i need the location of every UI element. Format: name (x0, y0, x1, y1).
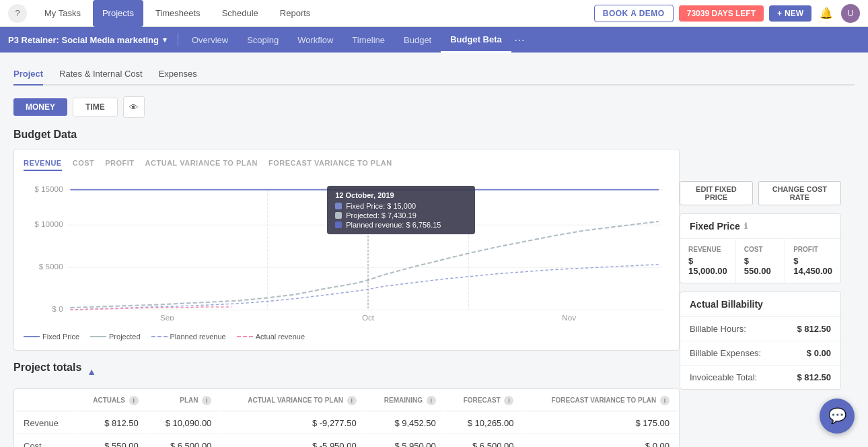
project-nav-workflow[interactable]: Workflow (288, 27, 342, 53)
col-actual-variance: ACTUAL VARIANCE TO PLAN (248, 397, 343, 404)
fp-cost-value: $ 550.00 (744, 256, 776, 276)
svg-text:$ 15000: $ 15000 (34, 184, 63, 193)
actual-billability-title: Actual Billability (690, 299, 763, 310)
chart-tab-profit[interactable]: PROFIT (105, 159, 134, 171)
col-actuals: ACTUALS (93, 397, 125, 404)
page-content: Project Rates & Internal Cost Expenses M… (0, 53, 868, 447)
revenue-chart: $ 15000 $ 10000 $ 5000 $ 0 Sep Oct Nov (24, 179, 670, 320)
change-cost-rate-button[interactable]: CHANGE COST RATE (758, 181, 841, 205)
top-nav: ? My Tasks Projects Timesheets Schedule … (0, 0, 868, 27)
project-totals-title: Project totals (13, 362, 81, 374)
fp-profit-label: PROFIT (793, 246, 832, 253)
eye-button[interactable]: 👁 (123, 96, 145, 118)
sub-tab-expenses[interactable]: Expenses (159, 63, 197, 85)
chart-tab-actual-variance[interactable]: ACTUAL VARIANCE TO PLAN (145, 159, 258, 171)
billable-expenses-row: Billable Expenses: $ 0.00 (680, 341, 840, 366)
col-plan: PLAN (180, 397, 198, 404)
svg-text:Nov: Nov (562, 313, 576, 320)
col-forecast-variance: FORECAST VARIANCE TO PLAN (551, 397, 656, 404)
collapse-icon[interactable]: ▲ (87, 366, 96, 377)
table-row: Revenue $ 812.50 $ 10,090.00 $ -9,277.50… (15, 413, 678, 434)
actual-billability-panel: Actual Billability Billable Hours: $ 812… (680, 291, 841, 390)
legend-actual-revenue: Actual revenue (237, 333, 305, 341)
plus-icon: + (777, 9, 782, 18)
chart-tab-cost[interactable]: COST (73, 159, 95, 171)
project-nav-timeline[interactable]: Timeline (342, 27, 394, 53)
info-icon-actual-variance[interactable]: i (347, 396, 357, 405)
fp-revenue-value: $ 15,000.00 (688, 256, 727, 276)
nav-item-projects[interactable]: Projects (93, 0, 143, 27)
project-name[interactable]: P3 Retainer: Social Media marketing ▾ (8, 35, 174, 45)
svg-text:$ 10000: $ 10000 (34, 219, 63, 228)
info-icon-actuals[interactable]: i (129, 396, 139, 405)
fp-revenue-label: REVENUE (688, 246, 727, 253)
legend-planned-revenue: Planned revenue (151, 333, 226, 341)
chevron-down-icon: ▾ (163, 36, 167, 44)
svg-text:$ 5000: $ 5000 (39, 262, 63, 271)
chat-icon: 💬 (828, 407, 846, 425)
bell-icon[interactable]: 🔔 (817, 4, 836, 23)
chart-container: REVENUE COST PROFIT ACTUAL VARIANCE TO P… (13, 149, 680, 351)
nav-item-reports[interactable]: Reports (270, 0, 320, 27)
days-left-badge[interactable]: 73039 DAYS LEFT (679, 5, 764, 22)
nav-item-schedule[interactable]: Schedule (213, 0, 268, 27)
budget-data-title: Budget Data (13, 129, 680, 141)
project-nav-budget[interactable]: Budget (394, 27, 441, 53)
edit-fixed-price-button[interactable]: EDIT FIXED PRICE (680, 181, 753, 205)
fp-profit-value: $ 14,450.00 (793, 256, 832, 276)
money-toggle[interactable]: MONEY (13, 98, 67, 116)
info-icon-forecast[interactable]: i (504, 396, 513, 405)
info-icon-fixed-price[interactable]: ℹ (744, 221, 748, 231)
help-icon[interactable]: ? (8, 4, 27, 23)
eye-icon: 👁 (129, 102, 138, 112)
table-row: Cost $ 550.00 $ 6,500.00 $ -5,950.00 $ 5… (15, 436, 678, 447)
billable-hours-value: $ 812.50 (797, 324, 831, 334)
sub-tab-project[interactable]: Project (13, 63, 43, 85)
new-button[interactable]: + NEW (769, 5, 811, 22)
avatar[interactable]: U (841, 4, 860, 23)
nav-item-my-tasks[interactable]: My Tasks (35, 0, 90, 27)
sub-tab-rates[interactable]: Rates & Internal Cost (59, 63, 143, 85)
chat-widget[interactable]: 💬 (820, 399, 855, 434)
col-remaining: REMAINING (384, 397, 423, 404)
info-icon-remaining[interactable]: i (427, 396, 436, 405)
billable-expenses-label: Billable Expenses: (690, 348, 761, 358)
project-nav-budget-beta[interactable]: Budget Beta (441, 27, 511, 53)
project-totals-table: ACTUALS i PLAN i ACTUAL VARIANCE TO PLAN… (13, 388, 680, 447)
time-toggle[interactable]: TIME (73, 98, 118, 116)
invoiceable-total-row: Invoiceable Total: $ 812.50 (680, 366, 840, 389)
legend-projected: Projected (90, 333, 140, 341)
project-nav: P3 Retainer: Social Media marketing ▾ Ov… (0, 27, 868, 53)
project-nav-overview[interactable]: Overview (182, 27, 238, 53)
fixed-price-title: Fixed Price (690, 221, 740, 232)
svg-text:Oct: Oct (362, 313, 375, 320)
legend-fixed-price: Fixed Price (24, 333, 79, 341)
fp-cost-label: COST (744, 246, 776, 253)
info-icon-forecast-variance[interactable]: i (660, 396, 670, 405)
more-options-icon[interactable]: ⋯ (514, 34, 525, 46)
col-forecast: FORECAST (464, 397, 501, 404)
billable-hours-row: Billable Hours: $ 812.50 (680, 317, 840, 341)
billable-expenses-value: $ 0.00 (807, 348, 831, 358)
chart-tab-revenue[interactable]: REVENUE (24, 159, 62, 171)
invoiceable-total-value: $ 812.50 (797, 372, 831, 382)
fixed-price-panel: Fixed Price ℹ REVENUE $ 15,000.00 COST $… (680, 213, 841, 283)
svg-text:Sep: Sep (160, 313, 174, 320)
project-nav-scoping[interactable]: Scoping (238, 27, 288, 53)
billable-hours-label: Billable Hours: (690, 324, 746, 334)
info-icon-plan[interactable]: i (202, 396, 211, 405)
invoiceable-total-label: Invoiceable Total: (690, 372, 757, 382)
nav-item-timesheets[interactable]: Timesheets (146, 0, 210, 27)
svg-text:$ 0: $ 0 (52, 304, 63, 313)
book-demo-button[interactable]: BOOK A DEMO (594, 5, 674, 22)
chart-tab-forecast-variance[interactable]: FORECAST VARIANCE TO PLAN (268, 159, 392, 171)
